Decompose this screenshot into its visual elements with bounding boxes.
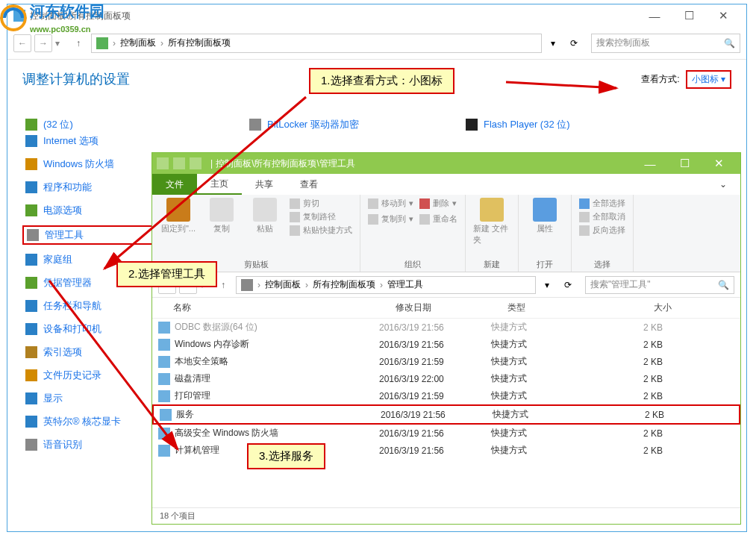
col-date[interactable]: 修改日期 bbox=[396, 301, 507, 314]
ribbon-copy-button[interactable]: 复制 bbox=[203, 198, 240, 234]
shortcut-icon bbox=[158, 356, 170, 368]
file-list-header[interactable]: 名称 修改日期 类型 大小 bbox=[152, 298, 740, 319]
cp-item-13[interactable]: 语音识别 bbox=[22, 437, 172, 453]
cp-item-9[interactable]: 索引选项 bbox=[22, 344, 172, 360]
cp-item-10[interactable]: 文件历史记录 bbox=[22, 367, 172, 384]
file-date: 2016/3/19 21:56 bbox=[379, 340, 491, 350]
cp-item-label: 任务栏和导航 bbox=[43, 299, 101, 313]
inner-refresh-button[interactable]: ⟳ bbox=[558, 280, 578, 290]
nav-history-dropdown[interactable]: ▾ bbox=[55, 38, 60, 49]
file-row[interactable]: 计算机管理2016/3/19 21:56快捷方式2 KB bbox=[152, 442, 740, 459]
crumb-1[interactable]: 控制面板 bbox=[265, 278, 301, 291]
crumb-2[interactable]: 所有控制面板项 bbox=[313, 278, 375, 291]
qat-icon[interactable] bbox=[190, 157, 202, 169]
ribbon-paste-button[interactable]: 粘贴 bbox=[246, 198, 284, 234]
ribbon-selectall-button[interactable]: 全部选择 bbox=[579, 198, 625, 209]
nav-up-button[interactable]: ↑ bbox=[70, 35, 87, 51]
cp-item-2[interactable]: 程序和功能 bbox=[22, 179, 172, 196]
cp-item-4[interactable]: 管理工具 bbox=[22, 225, 172, 245]
col-size[interactable]: 大小 bbox=[619, 301, 679, 314]
refresh-button[interactable]: ⟳ bbox=[564, 38, 584, 49]
crumb-3[interactable]: 管理工具 bbox=[387, 278, 423, 291]
cp-item-label: 管理工具 bbox=[45, 228, 84, 242]
cp-item-label: Internet 选项 bbox=[43, 134, 99, 148]
selectall-icon bbox=[579, 198, 590, 209]
ribbon-collapse-icon[interactable]: ⌄ bbox=[706, 174, 740, 195]
invert-icon bbox=[579, 225, 590, 236]
outer-search-input[interactable]: 搜索控制面板 🔍 bbox=[591, 34, 740, 53]
maximize-button[interactable]: ☐ bbox=[672, 6, 706, 25]
ribbon-invert-button[interactable]: 反向选择 bbox=[579, 225, 625, 236]
tab-share[interactable]: 共享 bbox=[242, 174, 287, 195]
rename-icon bbox=[419, 214, 430, 225]
file-row[interactable]: 本地安全策略2016/3/19 21:59快捷方式2 KB bbox=[152, 353, 740, 370]
cp-item-3[interactable]: 电源选项 bbox=[22, 202, 172, 219]
nav-forward-button[interactable]: → bbox=[34, 34, 52, 52]
cp-item-flash[interactable]: Flash Player (32 位) bbox=[463, 116, 573, 133]
file-row[interactable]: 服务2016/3/19 21:56快捷方式2 KB bbox=[152, 404, 740, 425]
cp-item-11[interactable]: 显示 bbox=[22, 390, 172, 407]
ribbon-newfolder-button[interactable]: 新建 文件夹 bbox=[473, 198, 510, 245]
inner-titlebar[interactable]: | 控制面板\所有控制面板项\管理工具 — ☐ ✕ bbox=[152, 153, 740, 174]
breadcrumb-dropdown-icon[interactable]: ▾ bbox=[543, 38, 563, 49]
crumb-1[interactable]: 控制面板 bbox=[120, 37, 156, 49]
ribbon-pin-button[interactable]: 固定到"... bbox=[160, 198, 197, 234]
file-size: 2 KB bbox=[603, 445, 663, 456]
breadcrumb-icon bbox=[96, 37, 108, 49]
inner-minimize-button[interactable]: — bbox=[633, 154, 667, 173]
tab-file[interactable]: 文件 bbox=[152, 174, 197, 195]
file-row[interactable]: 高级安全 Windows 防火墙2016/3/19 21:56快捷方式2 KB bbox=[152, 425, 740, 442]
tab-home[interactable]: 主页 bbox=[197, 174, 242, 195]
move-icon bbox=[368, 198, 378, 209]
app-icon bbox=[25, 369, 37, 381]
crumb-2[interactable]: 所有控制面板项 bbox=[168, 37, 231, 49]
cp-item-8[interactable]: 设备和打印机 bbox=[22, 321, 172, 337]
qat-icon[interactable] bbox=[173, 157, 185, 169]
ribbon-copypath-button[interactable]: 复制路径 bbox=[290, 211, 352, 222]
qat-icon[interactable] bbox=[157, 157, 169, 169]
outer-titlebar[interactable]: 控制面板\所有控制面板项 — ☐ ✕ bbox=[7, 4, 746, 27]
minimize-button[interactable]: — bbox=[637, 6, 672, 25]
cp-item-label: 凭据管理器 bbox=[43, 276, 92, 290]
cp-item-12[interactable]: 英特尔® 核芯显卡 bbox=[22, 413, 172, 430]
ribbon-cut-button[interactable]: 剪切 bbox=[290, 198, 352, 209]
inner-search-input[interactable]: 搜索"管理工具" 🔍 bbox=[585, 276, 734, 294]
ribbon-rename-button[interactable]: 重命名 bbox=[419, 213, 457, 225]
col-name[interactable]: 名称 bbox=[173, 301, 396, 314]
cp-item-32bit[interactable]: (32 位) bbox=[22, 116, 76, 133]
cp-item-label: 英特尔® 核芯显卡 bbox=[43, 415, 121, 428]
ribbon-pastelink-button[interactable]: 粘贴快捷方式 bbox=[290, 225, 352, 236]
outer-breadcrumb[interactable]: › 控制面板 › 所有控制面板项 bbox=[91, 34, 542, 53]
file-row[interactable]: ODBC 数据源(64 位)2016/3/19 21:56快捷方式2 KB bbox=[152, 319, 740, 336]
ribbon-moveto-button[interactable]: 移动到 ▾ bbox=[368, 198, 413, 209]
file-row[interactable]: 磁盘清理2016/3/19 22:00快捷方式2 KB bbox=[152, 370, 740, 387]
cp-item-1[interactable]: Windows 防火墙 bbox=[22, 156, 172, 172]
inner-maximize-button[interactable]: ☐ bbox=[667, 154, 702, 173]
ribbon-delete-button[interactable]: 删除 ▾ bbox=[419, 198, 457, 209]
file-size: 2 KB bbox=[603, 374, 663, 384]
cp-item-label: 设备和打印机 bbox=[43, 322, 101, 336]
col-type[interactable]: 类型 bbox=[507, 301, 619, 314]
close-button[interactable]: ✕ bbox=[706, 6, 740, 25]
ribbon-selectnone-button[interactable]: 全部取消 bbox=[579, 211, 625, 222]
view-mode-dropdown[interactable]: 小图标 ▾ bbox=[686, 70, 731, 89]
inner-breadcrumb[interactable]: › 控制面板 › 所有控制面板项 › 管理工具 bbox=[236, 276, 536, 294]
delete-icon bbox=[419, 198, 430, 209]
file-date: 2016/3/19 21:59 bbox=[379, 357, 491, 367]
ribbon-copyto-button[interactable]: 复制到 ▾ bbox=[368, 213, 413, 225]
file-date: 2016/3/19 21:56 bbox=[379, 445, 491, 456]
inner-nav-up-button[interactable]: ↑ bbox=[215, 277, 231, 293]
file-type: 快捷方式 bbox=[491, 338, 603, 351]
cp-item-bitlocker[interactable]: BitLocker 驱动器加密 bbox=[246, 116, 362, 133]
cp-item-7[interactable]: 任务栏和导航 bbox=[22, 298, 172, 314]
ribbon-props-button[interactable]: 属性 bbox=[526, 198, 563, 234]
path-icon bbox=[290, 212, 300, 222]
tab-view[interactable]: 查看 bbox=[287, 174, 331, 195]
inner-breadcrumb-dropdown-icon[interactable]: ▾ bbox=[537, 280, 557, 290]
nav-back-button[interactable]: ← bbox=[13, 34, 31, 52]
file-row[interactable]: 打印管理2016/3/19 21:59快捷方式2 KB bbox=[152, 387, 740, 404]
cp-item-0[interactable]: Internet 选项 bbox=[22, 133, 172, 149]
file-row[interactable]: Windows 内存诊断2016/3/19 21:56快捷方式2 KB bbox=[152, 336, 740, 353]
inner-close-button[interactable]: ✕ bbox=[702, 154, 736, 173]
app-icon bbox=[25, 300, 37, 312]
